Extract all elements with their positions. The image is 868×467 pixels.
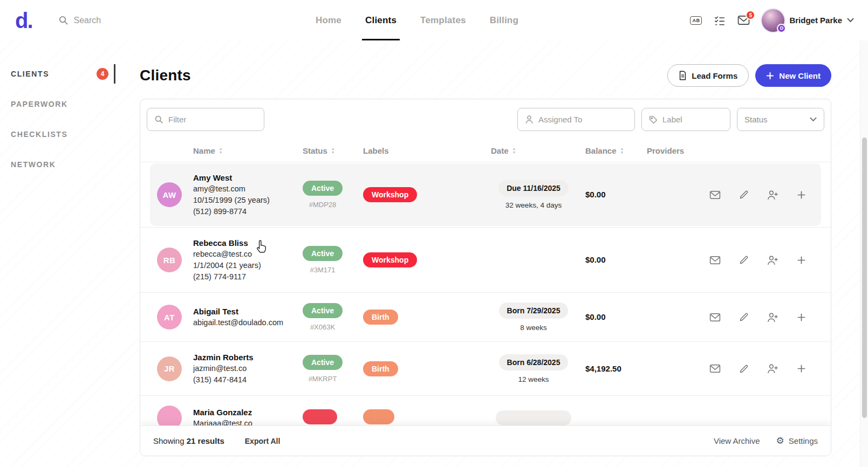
nav-item-billing[interactable]: Billing [490, 0, 518, 40]
mail-icon[interactable] [709, 190, 721, 200]
sort-icon[interactable]: ▲▼ [219, 147, 223, 154]
sidebar-item-checklists[interactable]: CHECKLISTS [11, 125, 114, 144]
client-code: #X063K [310, 323, 335, 331]
client-email: Mariaaa@test.co [193, 418, 303, 425]
chevron-down-icon [810, 117, 817, 122]
table-row[interactable]: AT Abigail Test abigail.test@doulado.com… [140, 292, 831, 341]
search-input[interactable] [74, 16, 144, 25]
nav-item-clients[interactable]: Clients [365, 0, 397, 40]
person-add-icon[interactable] [767, 312, 778, 322]
settings-button[interactable]: ⚙ Settings [776, 436, 818, 445]
person-add-icon[interactable] [767, 363, 778, 374]
table-row[interactable]: RB Rebecca Bliss rebecca@test.co 1/1/200… [140, 227, 831, 292]
mail-icon[interactable] [709, 313, 721, 322]
sort-icon[interactable]: ▲▼ [620, 147, 624, 154]
search-icon [154, 115, 163, 124]
global-search[interactable] [58, 15, 144, 25]
nav-item-home[interactable]: Home [316, 0, 341, 40]
client-name: Maria Gonzalez [193, 407, 303, 418]
app-logo[interactable]: d. [15, 10, 32, 31]
pencil-icon[interactable] [739, 190, 749, 200]
filter-bar: Status [140, 99, 831, 139]
user-avatar-badge: D [777, 24, 786, 33]
plus-icon[interactable] [797, 313, 806, 322]
new-client-label: New Client [779, 71, 821, 80]
client-phone: (512) 899-8774 [193, 206, 303, 217]
navbar: d. Home Clients Templates Billing AB 5 D… [0, 0, 868, 40]
sort-icon[interactable]: ▲▼ [331, 147, 335, 154]
label-pill: Birth [363, 310, 398, 325]
gear-icon: ⚙ [776, 436, 784, 445]
tag-icon [649, 115, 658, 124]
status-pill: Active [303, 181, 343, 196]
view-archive-button[interactable]: View Archive [714, 436, 760, 445]
date-countdown: 32 weeks, 4 days [505, 201, 562, 209]
plus-icon[interactable] [797, 364, 806, 373]
table-header-row: Name ▲▼ Status ▲▼ Labels Date ▲▼ Balance… [140, 139, 831, 162]
row-actions [647, 190, 820, 200]
column-header-status[interactable]: Status ▲▼ [303, 146, 363, 155]
table-row[interactable]: Maria Gonzalez Mariaaa@test.co [140, 395, 831, 425]
plus-icon[interactable] [797, 256, 806, 265]
client-code: #MDP28 [309, 201, 337, 209]
due-date-pill: Born 7/29/2025 [499, 303, 569, 319]
mail-icon[interactable] [709, 256, 721, 265]
client-email: amy@test.com [193, 183, 303, 195]
label-input-wrap[interactable] [641, 108, 730, 131]
lead-forms-button[interactable]: Lead Forms [667, 64, 749, 87]
client-avatar [157, 406, 182, 425]
sort-icon[interactable]: ▲▼ [512, 147, 516, 154]
column-header-date[interactable]: Date ▲▼ [491, 146, 585, 155]
person-add-icon[interactable] [767, 255, 778, 265]
user-avatar: D [762, 9, 784, 32]
client-email: abigail.test@doulado.com [193, 317, 303, 328]
mail-icon[interactable] [709, 364, 721, 373]
client-name-cell: Maria Gonzalez Mariaaa@test.co [193, 407, 303, 425]
user-icon [525, 115, 534, 124]
ab-icon[interactable]: AB [690, 16, 702, 25]
navbar-right: AB 5 D Bridget Parke [690, 9, 854, 32]
new-client-button[interactable]: New Client [755, 64, 831, 87]
column-header-name[interactable]: Name ▲▼ [193, 146, 303, 155]
checklist-icon[interactable] [714, 15, 726, 26]
scrollbar-thumb[interactable] [862, 138, 867, 418]
assigned-to-input[interactable] [538, 115, 627, 124]
person-add-icon[interactable] [767, 190, 778, 200]
client-code: #MKRPT [309, 375, 337, 383]
assigned-to-input-wrap[interactable] [517, 108, 635, 131]
client-avatar: AT [157, 305, 182, 329]
table-row[interactable]: AW Amy West amy@test.com 10/15/1999 (25 … [140, 162, 831, 227]
plus-icon[interactable] [797, 190, 806, 200]
client-balance: $0.00 [585, 312, 606, 321]
pencil-icon[interactable] [739, 255, 749, 265]
sidebar-item-clients[interactable]: CLIENTS 4 [11, 64, 114, 84]
label-input[interactable] [662, 115, 723, 124]
status-pill: Active [303, 303, 343, 318]
client-balance: $0.00 [585, 255, 606, 264]
sidebar-item-paperwork[interactable]: PAPERWORK [11, 94, 114, 114]
export-all-button[interactable]: Export All [245, 437, 281, 445]
lead-forms-label: Lead Forms [692, 71, 737, 80]
mail-icon[interactable]: 5 [737, 15, 750, 25]
scrollbar-track[interactable] [860, 40, 868, 467]
row-actions [647, 363, 820, 374]
client-name: Amy West [193, 172, 303, 183]
client-name: Abigail Test [193, 306, 303, 317]
user-menu[interactable]: D Bridget Parke [762, 9, 854, 32]
table-row[interactable]: JR Jazmin Roberts jazmin@test.co (315) 4… [140, 341, 831, 395]
user-name: Bridget Parke [789, 16, 842, 25]
due-date-pill: Born 6/28/2025 [499, 354, 569, 370]
label-pill [363, 409, 394, 424]
filter-input[interactable] [168, 115, 257, 124]
due-date-pill: Due 11/16/2025 [498, 180, 569, 196]
status-pill: Active [303, 246, 343, 261]
column-header-balance[interactable]: Balance ▲▼ [585, 146, 647, 155]
nav-item-templates[interactable]: Templates [420, 0, 466, 40]
sidebar-item-network[interactable]: NETWORK [11, 155, 114, 174]
filter-input-wrap[interactable] [147, 108, 264, 131]
client-avatar: AW [157, 182, 182, 207]
pencil-icon[interactable] [739, 312, 749, 322]
status-select[interactable]: Status [737, 108, 824, 131]
pencil-icon[interactable] [739, 364, 749, 374]
sidebar-item-label: CHECKLISTS [11, 130, 67, 139]
